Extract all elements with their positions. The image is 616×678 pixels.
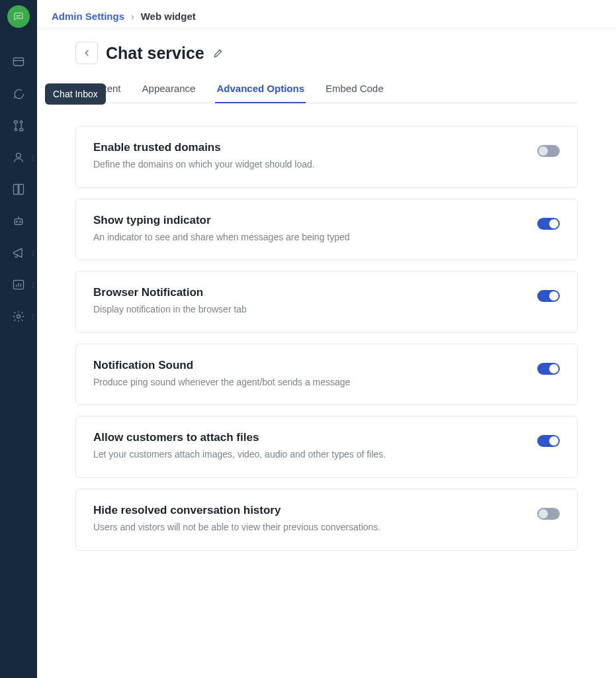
svg-point-5 (17, 153, 21, 158)
overflow-dots-icon[interactable]: ··· (32, 155, 34, 161)
dashboards-icon (12, 56, 25, 69)
setting-card: Notification SoundProduce ping sound whe… (75, 344, 578, 406)
setting-card: Enable trusted domainsDefine the domains… (75, 126, 578, 188)
nav-campaigns[interactable]: ··· (0, 237, 37, 269)
setting-title: Hide resolved conversation history (93, 504, 524, 517)
setting-card: Show typing indicatorAn indicator to see… (75, 199, 578, 261)
divider (37, 27, 616, 32)
setting-description: Let your customers attach images, video,… (93, 448, 524, 461)
svg-rect-2 (20, 128, 23, 130)
setting-title: Browser Notification (93, 286, 524, 299)
svg-point-3 (15, 128, 17, 130)
setting-title: Enable trusted domains (93, 141, 524, 154)
setting-title: Show typing indicator (93, 214, 524, 227)
toggle-switch[interactable] (537, 145, 560, 157)
campaigns-icon (12, 246, 25, 260)
toggle-switch[interactable] (537, 218, 560, 230)
toggle-switch[interactable] (537, 435, 560, 447)
app-logo[interactable] (7, 5, 30, 28)
toggle-knob (549, 219, 558, 228)
setting-description: Users and vistors will not be able to vi… (93, 521, 524, 534)
chevron-right-icon: › (131, 11, 134, 22)
svg-point-10 (17, 315, 21, 318)
breadcrumb-parent[interactable]: Admin Settings (52, 11, 124, 22)
sidebar: ··· ··· ··· ··· (0, 0, 37, 678)
overflow-dots-icon[interactable]: ··· (32, 314, 34, 320)
setting-card: Browser NotificationDisplay notification… (75, 271, 578, 333)
toggle-knob (539, 146, 548, 156)
svg-point-8 (20, 221, 21, 222)
setting-title: Allow customers to attach files (93, 431, 524, 444)
svg-rect-0 (14, 58, 24, 66)
tab-appearance[interactable]: Appearance (141, 83, 197, 103)
bot-icon (12, 215, 25, 228)
book-icon (12, 183, 25, 196)
reports-icon (12, 278, 25, 291)
svg-point-4 (21, 121, 22, 123)
tooltip-chat-inbox: Chat Inbox (45, 83, 106, 105)
toggle-knob (549, 436, 558, 446)
setting-description: Produce ping sound whenever the agent/bo… (93, 376, 524, 389)
overflow-dots-icon[interactable]: ··· (32, 282, 34, 288)
nav-knowledge[interactable] (0, 173, 37, 205)
nav-settings[interactable]: ··· (0, 301, 37, 332)
settings-icon (12, 310, 25, 323)
toggle-switch[interactable] (537, 290, 560, 302)
title-row: Chat service (75, 42, 578, 64)
setting-title: Notification Sound (93, 359, 524, 372)
svg-rect-1 (14, 121, 17, 123)
nav-dashboards[interactable] (0, 46, 37, 78)
toggle-switch[interactable] (537, 363, 560, 375)
nav-reports[interactable]: ··· (0, 269, 37, 301)
page-title: Chat service (106, 44, 204, 63)
setting-description: Display notification in the browser tab (93, 303, 524, 316)
pencil-icon (212, 47, 224, 59)
nav-contacts[interactable]: ··· (0, 142, 37, 173)
toggle-switch[interactable] (537, 508, 560, 520)
svg-point-7 (17, 221, 18, 222)
svg-rect-6 (15, 219, 22, 224)
toggle-knob (539, 509, 548, 518)
flows-icon (12, 119, 25, 132)
tabs: ContentAppearanceAdvanced OptionsEmbed C… (75, 83, 578, 103)
breadcrumb-current: Web widget (141, 11, 196, 22)
edit-title-button[interactable] (212, 47, 224, 59)
back-button[interactable] (75, 42, 98, 64)
chat-icon (12, 87, 25, 101)
setting-description: Define the domains on which your widget … (93, 158, 524, 171)
overflow-dots-icon[interactable]: ··· (32, 250, 34, 256)
setting-card: Hide resolved conversation historyUsers … (75, 489, 578, 551)
setting-description: An indicator to see and share when messa… (93, 231, 524, 244)
chevron-left-icon (82, 48, 91, 58)
contacts-icon (12, 151, 25, 164)
tab-embed-code[interactable]: Embed Code (324, 83, 385, 103)
setting-card: Allow customers to attach filesLet your … (75, 416, 578, 478)
toggle-knob (549, 291, 558, 301)
nav-chat[interactable] (0, 78, 37, 110)
nav-bots[interactable] (0, 205, 37, 237)
nav-flows[interactable] (0, 110, 37, 142)
tab-advanced-options[interactable]: Advanced Options (215, 83, 306, 103)
breadcrumb: Admin Settings › Web widget (37, 0, 616, 27)
toggle-knob (549, 364, 558, 373)
main-content: Admin Settings › Web widget Chat service… (37, 0, 616, 678)
